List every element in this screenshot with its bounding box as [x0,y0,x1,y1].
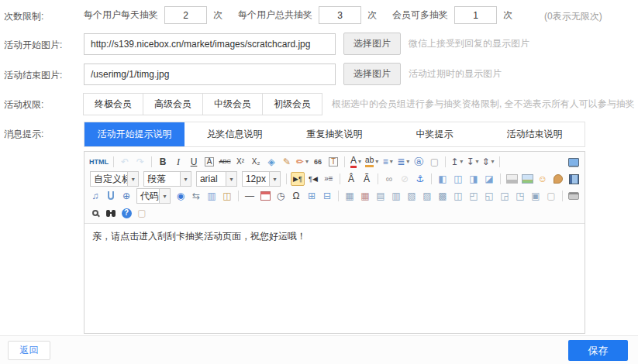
paste-text-button[interactable]: T [326,155,340,169]
member-group-button[interactable]: 终极会员 [83,93,143,115]
drafts-button[interactable]: ▢ [135,206,149,220]
time-button[interactable]: ◷ [274,189,288,203]
fullscreen-button[interactable] [567,155,581,169]
delete-col-button[interactable]: ▩ [436,189,450,203]
merge-right-button[interactable]: ◰ [467,189,481,203]
music-button[interactable]: ♫ [88,189,102,203]
italic-button[interactable]: I [171,155,185,169]
video-button[interactable] [567,172,581,186]
unlink-button[interactable]: ⊘ [398,172,412,186]
save-button[interactable]: 保存 [568,340,628,361]
google-map-button[interactable]: ◉ [174,189,188,203]
blank-doc-button[interactable]: ▢ [427,155,441,169]
preview-button[interactable] [88,206,102,220]
redo-button[interactable]: ↷ [133,155,147,169]
emotion-button[interactable]: ☺ [536,172,550,186]
scrawl-button[interactable]: ✏▾ [295,155,309,169]
paragraph-space-bottom-button[interactable]: ↧▾ [465,155,479,169]
dir-ltr-button[interactable]: ▶¶ [291,172,305,186]
pick-image-button[interactable]: 选择图片 [343,63,401,85]
pagebreak-button[interactable]: ⇆ [189,189,203,203]
message-tab[interactable]: 活动开始提示说明 [84,122,185,146]
link-button[interactable]: ∞ [382,172,396,186]
strikethrough-button[interactable]: ABC [218,155,232,169]
form-button[interactable]: ⊞ [305,189,319,203]
auto-typeset-button[interactable]: ⓐ [412,155,426,169]
insert-table-button[interactable]: ▦ [343,189,357,203]
font-family-select[interactable]: arial▾ [196,171,237,187]
anchor-button[interactable]: ⚓ [413,172,427,186]
message-tab[interactable]: 活动结束说明 [485,122,585,146]
custom-title-select[interactable]: 自定义标题▾ [90,171,139,187]
split-cols-button[interactable]: ◳ [513,189,527,203]
justify-center-button[interactable]: ◫ [451,172,465,186]
message-tab[interactable]: 重复抽奖说明 [285,122,385,146]
split-rows-button[interactable]: ◲ [498,189,512,203]
message-tab[interactable]: 兑奖信息说明 [185,122,285,146]
font-border-button[interactable]: A [202,155,216,169]
font-color-button[interactable]: A▾ [349,155,363,169]
search-replace-button[interactable] [104,206,118,220]
editor-content[interactable]: 亲，请点击进入刮刮卡抽奖活动页面，祝您好运哦！ [84,224,585,333]
justify-bottom-button[interactable]: ◪ [482,172,496,186]
paragraph-select[interactable]: 段落▾ [143,171,191,187]
subscript-button[interactable]: X₂ [249,155,263,169]
bold-button[interactable]: B [156,155,170,169]
indent-button[interactable]: »≡ [322,172,336,186]
insert-col-button[interactable]: ▨ [420,189,434,203]
to-uppercase-button[interactable]: Â [344,172,358,186]
map-button[interactable]: ⊕ [119,189,133,203]
ordered-list-button[interactable]: ≡▾ [381,155,395,169]
format-painter-button[interactable]: ✎ [280,155,294,169]
delete-table-button[interactable]: ▦ [358,189,372,203]
underline-button[interactable]: U [187,155,201,169]
iframe-button[interactable]: ▥ [205,189,219,203]
to-lowercase-button[interactable]: Ã [360,172,374,186]
merge-cells-button[interactable]: ◫ [451,189,465,203]
help-button[interactable]: ? [119,206,133,220]
template-button[interactable]: ⊟ [320,189,334,203]
special-chars-button[interactable]: Ω [289,189,303,203]
simple-image-button[interactable] [505,172,519,186]
attachment-button[interactable] [104,189,118,203]
permissions-hint: 根据选中的会员组进行参与抽奖资格限制, 全不选表示所有人可以参与抽奖 [332,98,635,111]
line-height-button[interactable]: ⇕▾ [481,155,495,169]
merge-down-button[interactable]: ◱ [482,189,496,203]
delete-row-button[interactable]: ▧ [405,189,419,203]
font-size-select[interactable]: 12px▾ [242,171,281,187]
justify-left-button[interactable]: ◧ [436,172,450,186]
justify-right-button[interactable]: ◨ [467,172,481,186]
snapshot-icon: ◫ [222,191,231,201]
image-url-input[interactable] [84,33,336,55]
dir-rtl-button[interactable]: ¶◀ [306,172,320,186]
eraser-button[interactable]: ◈ [264,155,278,169]
member-group-button[interactable]: 初级会员 [262,93,322,115]
pick-image-button[interactable]: 选择图片 [343,33,401,55]
blockquote-button[interactable]: 66 [311,155,325,169]
member-group-button[interactable]: 高级会员 [143,93,203,115]
insert-image-button[interactable] [520,172,534,186]
message-tab[interactable]: 中奖提示 [385,122,485,146]
paragraph-space-top-button[interactable]: ↥▾ [450,155,464,169]
date-button[interactable] [258,189,272,203]
snapshot-button[interactable]: ◫ [220,189,234,203]
palette-button[interactable] [551,172,565,186]
unordered-list-button[interactable]: ≣▾ [396,155,410,169]
table-title-button[interactable]: ▤ [374,189,388,203]
limit-count-input[interactable] [319,6,361,24]
undo-button[interactable]: ↶ [118,155,132,169]
limit-count-input[interactable] [164,6,207,24]
back-button[interactable]: 返回 [8,341,50,360]
code-language-select[interactable]: 代码语言▾ [136,188,171,204]
source-button[interactable]: HTML [88,155,109,169]
doc-background-button[interactable]: ▢ [544,189,558,203]
print-button[interactable] [567,189,581,203]
highlight-color-button[interactable]: ab▾ [364,155,379,169]
limit-count-input[interactable] [454,6,497,24]
table-sort-button[interactable]: ▣ [529,189,543,203]
insert-row-button[interactable]: ▥ [389,189,403,203]
superscript-button[interactable]: X² [233,155,247,169]
image-url-input[interactable] [84,64,336,85]
member-group-button[interactable]: 中级会员 [202,93,263,115]
horizontal-rule-button[interactable]: — [243,189,257,203]
